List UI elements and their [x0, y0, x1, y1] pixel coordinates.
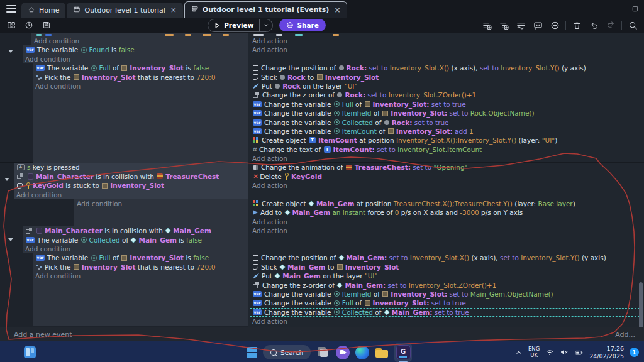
action-row[interactable]: varChange the variable Itemheld of Inven… [250, 109, 644, 118]
gdevelop-taskbar-icon[interactable]: G [394, 343, 412, 362]
menu-icon[interactable] [0, 0, 21, 18]
tab-outdoor-level-1-tutorial-events-[interactable]: Outdoor level 1 tutorial (Events)× [184, 1, 348, 18]
add-condition[interactable]: Add condition [23, 244, 248, 253]
wifi-icon[interactable] [545, 348, 554, 356]
panels-icon[interactable] [5, 19, 18, 31]
add-action[interactable]: Add action [250, 45, 644, 54]
widgets-icon[interactable] [24, 346, 36, 358]
add-condition[interactable]: Add condition [31, 36, 248, 45]
condition-row[interactable]: varThe variable Found is false [23, 45, 248, 54]
variable-badge-icon [334, 300, 340, 306]
redo-icon[interactable] [604, 19, 617, 31]
collapse-arrow-icon[interactable] [4, 178, 9, 181]
action-row[interactable]: Put Rock on the layer "UI" [250, 82, 644, 90]
event-gem-collision: Main_Character is in collision with Main… [0, 226, 644, 253]
action-row[interactable]: Change the position of Main_Gem: set to … [250, 253, 644, 262]
collapse-arrow-icon[interactable] [8, 238, 13, 241]
add-action[interactable]: Add action [250, 226, 644, 235]
variable-badge-icon [91, 65, 97, 71]
action-row[interactable]: varChange the variable Full of Inventory… [250, 100, 644, 109]
add-other-events-icon[interactable] [514, 19, 527, 31]
edge-browser-icon[interactable] [355, 346, 369, 359]
add-more-button[interactable]: Add... [615, 331, 635, 339]
action-row[interactable]: Add to Main_Gem an instant force of 0 p/… [250, 208, 644, 217]
action-row[interactable]: Change the z-order of Rock: set to Inven… [250, 90, 644, 99]
treasure-chest-icon [346, 165, 352, 170]
clock[interactable]: 17:26 24/02/2025 [589, 345, 624, 359]
action-row[interactable]: Change the z-order of Main_Gem: set to I… [250, 281, 644, 290]
start-button[interactable] [247, 347, 257, 358]
action-row[interactable]: Stick Main_Gem to Inventory_Slot [250, 263, 644, 272]
preview-button[interactable]: Preview [208, 21, 259, 29]
action-row[interactable]: varChange the variable Full of Inventory… [250, 299, 644, 307]
add-subevent-icon[interactable] [497, 19, 510, 31]
action-row[interactable]: ttChange the text of TItemCount: set to … [250, 145, 644, 154]
rock-icon [384, 120, 389, 125]
action-row[interactable]: varChange the variable Collected of Main… [250, 308, 644, 317]
actions-column: Change the position of Rock: set to Inve… [248, 63, 644, 163]
condition-row[interactable]: Main_Character is in collision with Main… [23, 226, 248, 235]
add-condition[interactable]: Add condition [74, 199, 248, 208]
add-action[interactable]: Add action [250, 317, 644, 326]
toolbar-left [5, 19, 53, 31]
tab-label: Outdoor level 1 tutorial [84, 6, 165, 14]
search-icon[interactable] [626, 19, 639, 31]
action-row[interactable]: Change the position of Rock: set to Inve… [250, 63, 644, 72]
actions-column: Add action [248, 45, 644, 63]
tray-time: 17:26 [607, 345, 624, 352]
snipping-tool-icon[interactable] [316, 346, 330, 359]
undo-icon[interactable] [587, 19, 600, 31]
battery-icon[interactable] [574, 349, 584, 356]
language-indicator[interactable]: ENG UK [528, 346, 540, 359]
notification-badge[interactable]: 1 [630, 348, 639, 357]
action-row[interactable]: Change the animation of TreasureChest: s… [250, 163, 644, 172]
condition-row[interactable]: varThe variable Full of Inventory_Slot i… [33, 253, 248, 262]
add-action[interactable]: Add action [250, 181, 644, 190]
add-condition[interactable]: Add condition [33, 82, 248, 90]
condition-row[interactable]: As key is pressed [14, 163, 248, 172]
save-icon[interactable] [40, 19, 53, 31]
close-tab-icon[interactable]: × [334, 6, 340, 14]
add-comment-icon[interactable] [531, 19, 544, 31]
action-row[interactable]: Stick Rock to Inventory_Slot [250, 73, 644, 82]
scrollbar-thumb[interactable] [639, 282, 643, 327]
condition-row[interactable]: Main_Character is in collision with Trea… [14, 172, 248, 181]
condition-row[interactable]: KeyGold is stuck to Inventory_Slot [14, 181, 248, 190]
condition-row[interactable]: Pick the Inventory_Slot that is nearest … [33, 263, 248, 272]
share-button[interactable]: Share [279, 19, 325, 31]
animation-icon [253, 165, 258, 170]
preview-dropdown-caret[interactable] [259, 19, 272, 31]
action-row[interactable]: Put Main_Gem on the layer "UI" [250, 272, 644, 280]
history-icon[interactable] [23, 19, 35, 31]
tab-home[interactable]: Home [21, 3, 65, 18]
add-new-event-button[interactable]: Add a new event [14, 331, 72, 339]
add-event-icon[interactable] [480, 19, 493, 31]
collapse-arrow-icon[interactable] [8, 50, 13, 53]
tab-outdoor-level-1-tutorial[interactable]: Outdoor level 1 tutorial× [67, 3, 182, 18]
add-action[interactable]: Add action [250, 154, 644, 163]
close-tab-icon[interactable]: × [170, 6, 177, 14]
action-row[interactable]: ×Delete KeyGold [250, 172, 644, 181]
taskbar-search-label: Search [280, 349, 303, 356]
add-action[interactable]: Add action [250, 217, 644, 226]
file-explorer-icon[interactable] [375, 346, 389, 359]
clipchamp-icon[interactable] [336, 346, 350, 359]
add-condition[interactable]: Add condition [14, 190, 248, 199]
condition-row[interactable]: varThe variable Full of Inventory_Slot i… [33, 63, 248, 72]
volume-muted-icon[interactable] [560, 348, 569, 356]
action-row[interactable]: Create object Main_Gem at position Treas… [250, 199, 644, 208]
taskbar-search[interactable]: Search [263, 345, 311, 359]
trash-icon[interactable] [570, 19, 583, 31]
action-row[interactable]: varChange the variable Collected of Rock… [250, 118, 644, 127]
action-row[interactable]: varChange the variable ItemCount of Inve… [250, 127, 644, 136]
add-condition[interactable]: Add condition [33, 272, 248, 280]
action-row[interactable]: Create object TItemCount at position Inv… [250, 136, 644, 145]
add-action[interactable]: Add action [250, 36, 644, 45]
condition-row[interactable]: varThe variable Collected of Main_Gem is… [23, 236, 248, 244]
tray-chevron-icon[interactable] [515, 349, 523, 356]
add-circle-icon[interactable] [548, 19, 561, 31]
add-condition[interactable]: Add condition [23, 55, 248, 63]
window-icon[interactable] [631, 3, 639, 15]
condition-row[interactable]: Pick the Inventory_Slot that is nearest … [33, 73, 248, 82]
action-row[interactable]: varChange the variable Itemheld of Inven… [250, 290, 644, 299]
